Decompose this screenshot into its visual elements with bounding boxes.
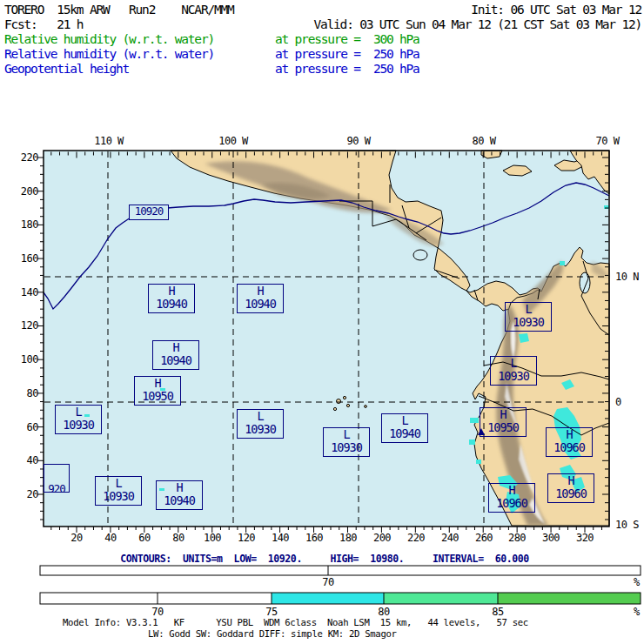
colorbar2-tick-label: 70 xyxy=(151,606,163,618)
colorbar2-tick-label: 80 xyxy=(378,606,389,618)
model-info-line2: LW: Godd SW: Goddard DIFF: simple KM: 2D… xyxy=(148,628,397,639)
colorbar2-tick-label: 75 xyxy=(265,606,277,618)
colorbar2-tick-label: 85 xyxy=(492,606,503,618)
colorbar2-unit: % xyxy=(634,606,640,618)
model-info-line1: Model Info: V3.3.1 KF YSU PBL WDM 6class… xyxy=(63,617,528,627)
colorbar1-tick-label: 70 xyxy=(322,576,333,588)
colorbar-labels-layer: 70%70758085% xyxy=(0,0,644,644)
wrf-forecast-plot: TORERO 15km ARW Run2 NCAR/MMM Init: 06 U… xyxy=(0,0,644,644)
contours-caption: CONTOURS: UNITS=m LOW= 10920. HIGH= 1098… xyxy=(120,553,529,565)
colorbar1-unit: % xyxy=(634,576,640,588)
